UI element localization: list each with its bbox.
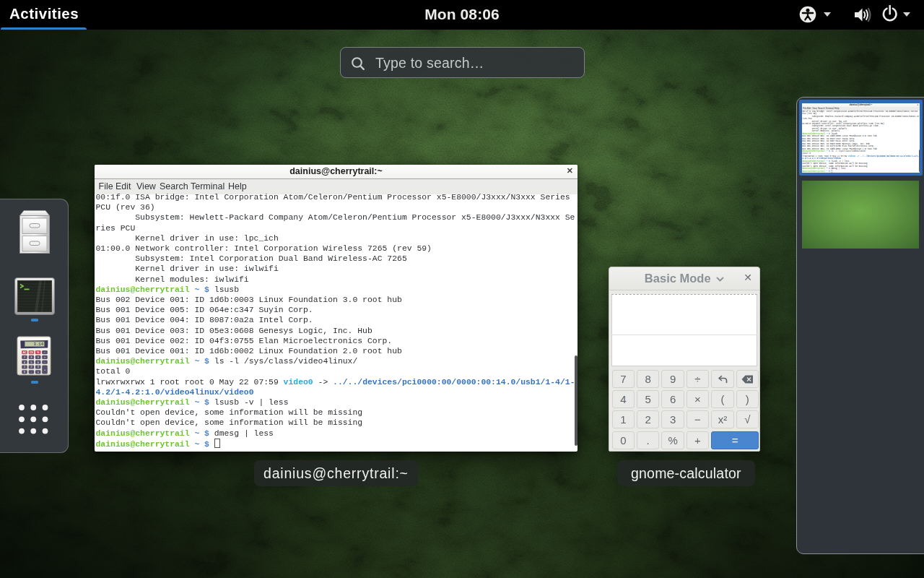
svg-text:3.14: 3.14 [34, 342, 44, 347]
svg-text:%: % [37, 351, 39, 354]
svg-text:7: 7 [24, 356, 25, 359]
svg-text:2: 2 [30, 366, 32, 368]
svg-text:8: 8 [30, 356, 32, 359]
svg-text:3: 3 [38, 366, 39, 368]
svg-text:.: . [31, 371, 32, 374]
svg-text:9: 9 [38, 356, 39, 359]
svg-text:1: 1 [24, 366, 25, 368]
svg-text:6: 6 [38, 361, 39, 364]
svg-text:0: 0 [24, 371, 25, 374]
svg-text:=: = [38, 371, 39, 374]
svg-text:AC: AC [23, 351, 27, 354]
svg-text:−: − [44, 361, 45, 364]
svg-text:4: 4 [24, 361, 25, 364]
svg-text:×: × [44, 356, 45, 359]
svg-text:CE: CE [30, 351, 33, 354]
svg-text:5: 5 [30, 361, 32, 364]
svg-text:÷: ÷ [44, 351, 45, 354]
